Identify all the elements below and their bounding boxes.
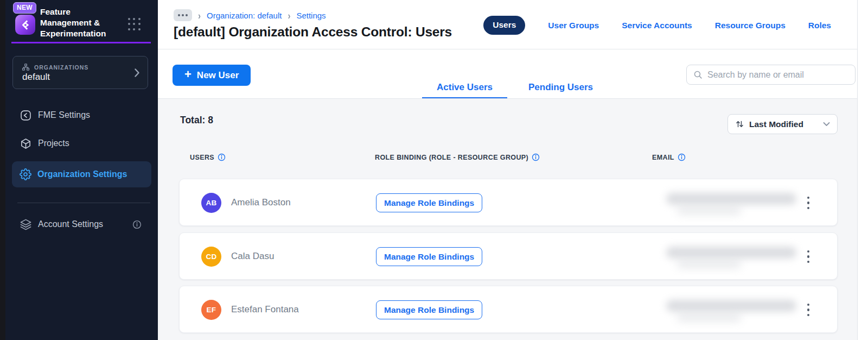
- gear-icon: [20, 168, 31, 180]
- search-input-wrapper: [686, 65, 856, 85]
- user-state-tabs: Active Users Pending Users: [422, 76, 608, 99]
- fme-logo-icon: [20, 109, 32, 122]
- app-switcher-icon[interactable]: [128, 18, 141, 31]
- sidebar-item-label: Account Settings: [38, 219, 103, 229]
- app-logo-icon[interactable]: [15, 15, 35, 35]
- chevron-separator-icon: ›: [198, 10, 201, 21]
- column-header-users: USERS: [190, 153, 226, 161]
- row-menu-button[interactable]: [802, 233, 815, 280]
- layers-icon: [20, 218, 32, 231]
- redacted-email-line2: [677, 207, 741, 214]
- avatar: EF: [201, 300, 221, 320]
- avatar: CD: [201, 247, 221, 267]
- user-name: Cala Dasu: [231, 251, 274, 262]
- redacted-email-line2: [677, 261, 741, 268]
- content-right-border: [857, 0, 858, 340]
- plus-icon: +: [184, 67, 192, 81]
- organization-selector[interactable]: ORGANIZATIONS default: [12, 56, 148, 89]
- sidebar-item-projects[interactable]: Projects: [12, 130, 151, 156]
- chevron-separator-icon: ›: [288, 10, 290, 21]
- search-icon: [693, 70, 703, 79]
- sort-arrows-icon: [735, 119, 744, 129]
- manage-role-bindings-button[interactable]: Manage Role Bindings: [376, 247, 482, 266]
- product-title: Feature Management & Experimentation: [40, 7, 106, 39]
- column-header-email: EMAIL: [652, 153, 686, 161]
- sidebar-divider: [17, 203, 150, 203]
- search-input[interactable]: [707, 70, 848, 80]
- chevron-right-icon: [134, 67, 140, 78]
- user-name: Estefan Fontana: [231, 304, 299, 315]
- user-name: Amelia Boston: [231, 197, 291, 208]
- sidebar-item-account-settings[interactable]: Account Settings: [12, 211, 151, 237]
- sidebar-item-fme-settings[interactable]: FME Settings: [12, 102, 151, 128]
- user-row: CD Cala Dasu Manage Role Bindings: [179, 232, 838, 280]
- redacted-email: [666, 247, 796, 259]
- sort-value: Last Modified: [749, 119, 818, 129]
- sidebar: NEW Feature Management & Experimentation…: [5, 0, 158, 340]
- row-menu-button[interactable]: [802, 179, 815, 226]
- tab-active-users[interactable]: Active Users: [422, 76, 507, 99]
- sidebar-item-label: Projects: [38, 138, 69, 148]
- breadcrumb: › Organization: default › Settings: [174, 9, 326, 21]
- tab-service-accounts[interactable]: Service Accounts: [622, 21, 692, 30]
- sidebar-item-label: FME Settings: [38, 110, 90, 120]
- user-row: EF Estefan Fontana Manage Role Bindings: [179, 286, 838, 333]
- organizations-label: ORGANIZATIONS: [34, 64, 88, 71]
- breadcrumb-ellipsis-button[interactable]: [174, 9, 192, 21]
- tab-resource-groups[interactable]: Resource Groups: [715, 21, 786, 30]
- info-icon[interactable]: [678, 153, 686, 161]
- main-content: › Organization: default › Settings [defa…: [158, 0, 868, 340]
- sidebar-item-label: Organization Settings: [37, 169, 127, 179]
- new-badge: NEW: [13, 2, 36, 14]
- manage-role-bindings-button[interactable]: Manage Role Bindings: [376, 300, 482, 319]
- organization-value: default: [22, 72, 50, 83]
- tab-user-groups[interactable]: User Groups: [548, 21, 599, 30]
- header-divider: [158, 49, 857, 49]
- manage-role-bindings-button[interactable]: Manage Role Bindings: [376, 193, 482, 212]
- tab-users[interactable]: Users: [483, 16, 525, 35]
- new-user-button[interactable]: + New User: [173, 65, 251, 86]
- user-row: AB Amelia Boston Manage Role Bindings: [179, 179, 838, 226]
- org-hierarchy-icon: [22, 63, 30, 71]
- brand-divider: [11, 42, 151, 43]
- redacted-email: [666, 300, 796, 312]
- info-icon[interactable]: [218, 153, 226, 161]
- page-title: [default] Organization Access Control: U…: [174, 24, 452, 40]
- desktop-edge: [0, 0, 5, 340]
- total-count: Total: 8: [180, 115, 213, 126]
- info-icon[interactable]: [532, 153, 540, 161]
- redacted-email-line2: [677, 314, 741, 321]
- screen: NEW Feature Management & Experimentation…: [0, 0, 868, 340]
- breadcrumb-organization-link[interactable]: Organization: default: [207, 11, 282, 20]
- row-menu-button[interactable]: [802, 286, 815, 333]
- chevron-down-icon: [823, 122, 830, 127]
- breadcrumb-settings-link[interactable]: Settings: [296, 11, 326, 20]
- redacted-email: [666, 193, 796, 205]
- info-icon[interactable]: [132, 220, 142, 229]
- avatar: AB: [201, 193, 221, 213]
- tab-roles[interactable]: Roles: [808, 21, 831, 30]
- column-header-role-binding: ROLE BINDING (ROLE - RESOURCE GROUP): [375, 153, 540, 161]
- sort-dropdown[interactable]: Last Modified: [727, 114, 838, 134]
- sidebar-item-organization-settings[interactable]: Organization Settings: [12, 161, 151, 187]
- tab-pending-users[interactable]: Pending Users: [514, 76, 608, 99]
- access-control-nav: Users User Groups Service Accounts Resou…: [483, 16, 831, 35]
- cube-icon: [20, 137, 32, 150]
